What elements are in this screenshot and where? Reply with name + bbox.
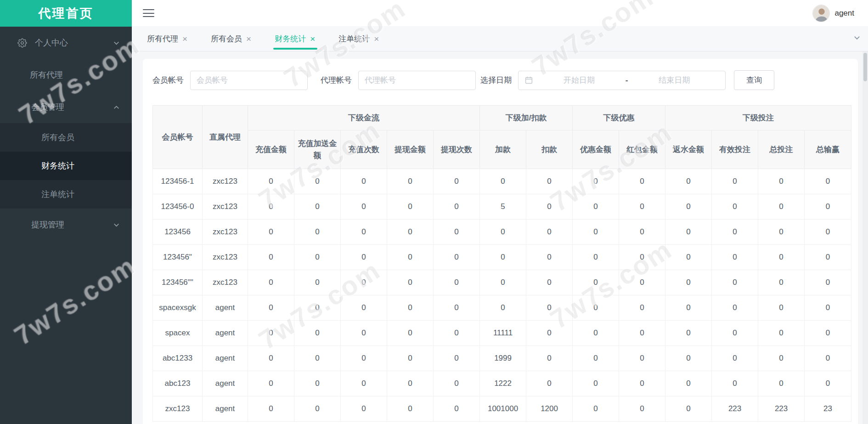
- cell-value: 0: [712, 321, 758, 346]
- cell-value: 0: [294, 270, 341, 295]
- content-area: 会员帐号 代理帐号 选择日期 开始日期 - 结束日期 查询: [132, 51, 868, 424]
- date-range-picker[interactable]: 开始日期 - 结束日期: [518, 71, 726, 90]
- cell-value: 0: [619, 194, 665, 220]
- cell-value: 0: [712, 245, 758, 270]
- cell-value: 0: [294, 396, 341, 422]
- cell-value: 0: [248, 270, 294, 295]
- start-date-placeholder[interactable]: 开始日期: [535, 75, 624, 85]
- cell-value: 0: [712, 295, 758, 321]
- tab-label: 注单统计: [338, 34, 370, 44]
- topbar: agent: [132, 0, 868, 26]
- cell-value: 0: [294, 321, 341, 346]
- cell-direct-agent: zxc123: [203, 169, 248, 194]
- cell-value: 0: [758, 346, 805, 371]
- column-header: 红包金额: [619, 130, 665, 169]
- sidebar-item-label: 注单统计: [41, 189, 74, 200]
- cell-value: 0: [294, 295, 341, 321]
- cell-direct-agent: zxc123: [203, 220, 248, 245]
- cell-value: 0: [665, 169, 712, 194]
- sidebar-item-all-members[interactable]: 所有会员: [0, 123, 132, 152]
- cell-value: 0: [526, 295, 573, 321]
- tab-finance-stats[interactable]: 财务统计 ×: [275, 26, 315, 51]
- column-group-header: 下级金流: [248, 106, 480, 130]
- cell-value: 0: [619, 245, 665, 270]
- cell-value: 0: [248, 371, 294, 396]
- cell-value: 0: [434, 270, 480, 295]
- scrollbar[interactable]: [862, 51, 868, 424]
- sidebar-item-order-stats[interactable]: 注单统计: [0, 180, 132, 209]
- cell-value: 0: [341, 220, 387, 245]
- sidebar-item-label: 所有会员: [41, 132, 74, 143]
- cell-value: 0: [434, 194, 480, 220]
- close-icon[interactable]: ×: [182, 34, 187, 43]
- tab-label: 所有代理: [147, 34, 178, 44]
- cell-value: 0: [341, 169, 387, 194]
- cell-value: 0: [805, 295, 851, 321]
- cell-value: 0: [758, 371, 805, 396]
- cell-value: 0: [573, 169, 619, 194]
- username-label[interactable]: agent: [834, 9, 854, 18]
- table-row: 123456-0zxc1230000050000000: [153, 194, 851, 220]
- agent-account-input[interactable]: [358, 71, 476, 90]
- column-header: 充值加送金额: [294, 130, 341, 169]
- cell-value: 0: [526, 346, 573, 371]
- column-header: 有效投注: [712, 130, 758, 169]
- cell-value: 0: [805, 270, 851, 295]
- cell-value: 0: [434, 169, 480, 194]
- column-header: 加款: [480, 130, 526, 169]
- tab-all-agents[interactable]: 所有代理 ×: [147, 26, 187, 51]
- cell-value: 0: [341, 371, 387, 396]
- sidebar-item-member-management[interactable]: 会员管理: [0, 91, 132, 123]
- cell-value: 0: [619, 270, 665, 295]
- cell-value: 0: [619, 295, 665, 321]
- close-icon[interactable]: ×: [374, 34, 379, 43]
- sidebar-item-all-agents[interactable]: 所有代理: [0, 59, 132, 91]
- column-header: 扣款: [526, 130, 573, 169]
- end-date-placeholder[interactable]: 结束日期: [630, 75, 719, 85]
- close-icon[interactable]: ×: [246, 34, 251, 43]
- cell-value: 0: [758, 270, 805, 295]
- cell-value: 0: [526, 194, 573, 220]
- cell-value: 0: [341, 270, 387, 295]
- column-group-header: 下级加/扣款: [480, 106, 573, 130]
- chevron-down-icon: [113, 40, 120, 46]
- tab-overflow-button[interactable]: [853, 26, 861, 51]
- cell-value: 5: [480, 194, 526, 220]
- sidebar-item-finance-stats[interactable]: 财务统计: [0, 152, 132, 180]
- user-avatar[interactable]: [812, 5, 830, 22]
- table-row: 123456"zxc1230000000000000: [153, 245, 851, 270]
- cell-value: 0: [573, 396, 619, 422]
- cell-value: 0: [573, 346, 619, 371]
- column-header: 直属代理: [203, 106, 248, 169]
- cell-value: 0: [480, 220, 526, 245]
- cell-value: 0: [480, 245, 526, 270]
- cell-member-account: spacex: [153, 321, 203, 346]
- cell-value: 0: [480, 169, 526, 194]
- cell-value: 0: [434, 346, 480, 371]
- cell-value: 0: [805, 245, 851, 270]
- cell-direct-agent: zxc123: [203, 270, 248, 295]
- query-button[interactable]: 查询: [734, 70, 774, 90]
- cell-member-account: abc123: [153, 371, 203, 396]
- cell-value: 0: [712, 346, 758, 371]
- sidebar-item-withdrawal-management[interactable]: 提现管理: [0, 209, 132, 241]
- tab-all-members[interactable]: 所有会员 ×: [211, 26, 251, 51]
- hamburger-menu-icon[interactable]: [143, 9, 154, 17]
- cell-value: 0: [248, 295, 294, 321]
- cell-value: 0: [434, 245, 480, 270]
- tab-order-stats[interactable]: 注单统计 ×: [338, 26, 379, 51]
- cell-direct-agent: agent: [203, 396, 248, 422]
- close-icon[interactable]: ×: [310, 34, 315, 43]
- sidebar-item-personal-center[interactable]: 个人中心: [0, 27, 132, 59]
- member-account-input[interactable]: [190, 71, 308, 90]
- column-header: 优惠金额: [573, 130, 619, 169]
- cell-value: 0: [294, 245, 341, 270]
- cell-value: 1200: [526, 396, 573, 422]
- scrollbar-thumb[interactable]: [863, 53, 867, 81]
- sidebar-item-label: 个人中心: [35, 37, 68, 48]
- column-group-header: 下级优惠: [573, 106, 665, 130]
- table-row: 123456""zxc1230000000000000: [153, 270, 851, 295]
- cell-value: 0: [248, 169, 294, 194]
- table-row: abc123agent0000012220000000: [153, 371, 851, 396]
- sidebar-item-label: 提现管理: [31, 219, 64, 230]
